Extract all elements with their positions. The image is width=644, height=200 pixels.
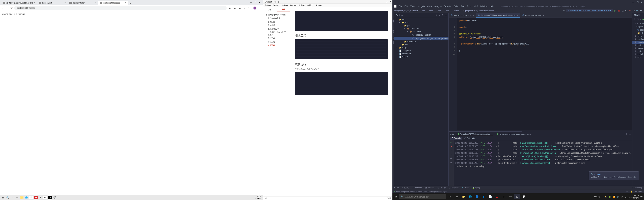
maven-profile-item[interactable]: ☐mycof <box>632 25 644 28</box>
menu-format[interactable]: 格式(O) <box>290 4 296 7</box>
vscode-icon[interactable]: ◆ <box>481 194 487 199</box>
maven-goal-verify[interactable]: ⚙verify <box>632 50 644 53</box>
intellij-icon[interactable]: IJ <box>48 196 52 199</box>
tree-node[interactable]: ▾📦com.taotao <box>394 27 448 30</box>
star-icon[interactable]: ☆ <box>243 6 246 9</box>
git-icon[interactable]: ⎇ <box>632 9 635 12</box>
close-icon[interactable]: × <box>530 133 531 135</box>
hide-icon[interactable]: — <box>629 133 630 135</box>
maven-goal-install[interactable]: ⚙install <box>632 53 644 56</box>
stop-icon[interactable]: ■ <box>451 145 452 148</box>
close-icon[interactable]: × <box>543 14 544 16</box>
menu-window[interactable]: Window <box>480 5 488 7</box>
app-icon[interactable]: W <box>34 196 38 199</box>
close-button[interactable]: ✕ <box>390 1 391 3</box>
tool-spring[interactable]: 🍃 Spring <box>472 187 480 189</box>
run-config-selector[interactable]: ▸ SRPINGBOOT0102QUICKSTARTAPPLICATION ▾ <box>566 9 613 12</box>
tree-node[interactable]: ▾📁main <box>394 21 448 24</box>
start-button[interactable]: ⊞ <box>394 195 398 199</box>
close-icon[interactable]: × <box>34 2 36 4</box>
debug-icon[interactable]: 🐞 <box>618 9 620 12</box>
tree-node[interactable]: ▸📁resources <box>394 40 448 43</box>
app-icon[interactable]: W <box>494 194 500 199</box>
tree-node[interactable]: 📄HELP.md <box>394 52 448 55</box>
horizontal-scrollbar[interactable] <box>448 130 632 132</box>
close-icon[interactable]: × <box>517 14 518 16</box>
outline-item[interactable]: 打开压缩文件复制到工程目录下 <box>263 31 290 37</box>
menu-refactor[interactable]: Refactor <box>444 5 452 7</box>
tree-node[interactable]: ▾📦controller <box>394 30 448 33</box>
trash-icon[interactable]: 🗑 <box>450 161 452 164</box>
hide-icon[interactable]: — <box>445 14 447 16</box>
close-icon[interactable]: × <box>491 133 492 135</box>
menu-file[interactable]: 文件(F) <box>265 4 271 7</box>
menu-help[interactable]: Help <box>490 5 494 7</box>
lock-icon[interactable]: 🔒 <box>630 191 633 193</box>
menu-file[interactable]: File <box>399 5 402 7</box>
add-icon[interactable]: + <box>640 18 641 20</box>
project-tree[interactable]: ▾📁src▾📁main▾📁java▾📦com.taotao▾📦controlle… <box>394 17 448 186</box>
tool-problems[interactable]: ⚠ Problems <box>412 187 422 189</box>
browser-tab-0[interactable]: 黑马程序员SpringBoot2全套视频× <box>1 1 37 5</box>
run-tab[interactable]: ⬢Srpingboot0101QuickstartApplication× <box>496 133 532 136</box>
tool-terminal[interactable]: ▣ Terminal <box>425 187 434 189</box>
maximize-button[interactable]: ☐ <box>637 1 639 3</box>
outline-item[interactable]: 生成压缩文件 <box>263 27 290 31</box>
tool-build[interactable]: 🔨 Build <box>462 187 469 189</box>
settings-icon[interactable]: ⚙ <box>626 133 628 135</box>
tool-run[interactable]: ▶ Run <box>394 187 399 189</box>
extension-icon[interactable]: ◆ <box>233 6 236 9</box>
qq-icon[interactable]: 🐧 <box>605 196 607 198</box>
run-icon[interactable]: ▶ <box>642 18 644 20</box>
up-icon[interactable]: ↑ <box>451 153 452 156</box>
wifi-icon[interactable]: 📶 <box>613 196 615 198</box>
stop-icon[interactable]: ■ <box>628 9 631 12</box>
ime-icon[interactable]: 中 <box>621 196 623 198</box>
search-input[interactable]: 🔍 在这里输入你要搜索的内容 <box>399 194 446 199</box>
menu-paragraph[interactable]: 段落(P) <box>282 4 288 7</box>
typora-icon[interactable]: T <box>38 196 42 199</box>
breadcrumb[interactable]: src <box>422 10 425 12</box>
settings-icon[interactable]: ⚙ <box>640 9 642 12</box>
tool-profiler[interactable]: ⏱ Profiler <box>438 187 446 189</box>
close-icon[interactable]: × <box>473 14 474 16</box>
tool-endpoints[interactable]: ⬡ Endpoints <box>448 187 459 189</box>
reload-icon[interactable]: ↻ <box>634 18 636 20</box>
console-tab[interactable]: ☰ Console <box>450 137 462 140</box>
browser-tab-1[interactable]: Spring Boot× <box>37 1 68 5</box>
menu-help[interactable]: 帮助(H) <box>316 4 322 7</box>
search-icon[interactable]: 🔍 <box>6 196 10 199</box>
tree-node[interactable]: ▾📁src <box>394 18 448 21</box>
breadcrumb[interactable]: Srpingboot0102QuickstartApplication <box>464 10 494 12</box>
typora-icon[interactable]: T <box>501 194 507 199</box>
maven-goal-compile[interactable]: ⚙compile <box>632 41 644 44</box>
outline-item[interactable]: 项目配置 <box>263 20 290 24</box>
chevron-up-icon[interactable]: ˄ <box>602 196 603 198</box>
explorer-icon[interactable]: 📁 <box>460 194 466 199</box>
close-icon[interactable]: × <box>95 2 96 4</box>
wechat-icon[interactable]: 💬 <box>53 196 56 199</box>
menu-build[interactable]: Build <box>454 5 458 7</box>
breadcrumb[interactable]: main <box>429 10 433 12</box>
theme-name[interactable]: Arc Dark <box>635 191 642 193</box>
tree-node[interactable]: 📄.gitignore <box>394 49 448 52</box>
search-icon[interactable]: 🔍 <box>636 9 639 12</box>
coverage-icon[interactable]: ⬚ <box>621 9 624 12</box>
sidebar-tab-outline[interactable]: 大纲 <box>277 7 290 12</box>
breadcrumb[interactable]: srpingboot_01_02_quickstart <box>394 10 418 12</box>
maven-profiles[interactable]: ▾🏷Profiles <box>632 22 644 25</box>
outline-item[interactable]: 进入Spring官网 <box>263 16 290 20</box>
browser-tab-2[interactable]: Spring Initializr× <box>68 1 98 5</box>
menu-code[interactable]: Code <box>427 5 432 7</box>
cortana-icon[interactable]: ○ <box>447 194 453 199</box>
down-icon[interactable]: ↓ <box>451 149 452 152</box>
menu-vcs[interactable]: VCS <box>474 5 478 7</box>
maven-project[interactable]: ▾ⓜspringboot_01_01_quickstart <box>632 28 644 32</box>
editor-tab[interactable]: ⒸReaderController.java× <box>448 13 476 17</box>
tree-node[interactable]: ⒸReaderController <box>394 33 448 37</box>
structure-tool-button[interactable]: Structure <box>392 27 394 33</box>
menu-run[interactable]: Run <box>461 5 464 7</box>
editor-body[interactable]: 1234567891011 package com.taotao; import… <box>448 18 632 130</box>
volume-icon[interactable]: 🔊 <box>617 196 619 198</box>
app-icon[interactable]: 📄 <box>29 196 33 199</box>
